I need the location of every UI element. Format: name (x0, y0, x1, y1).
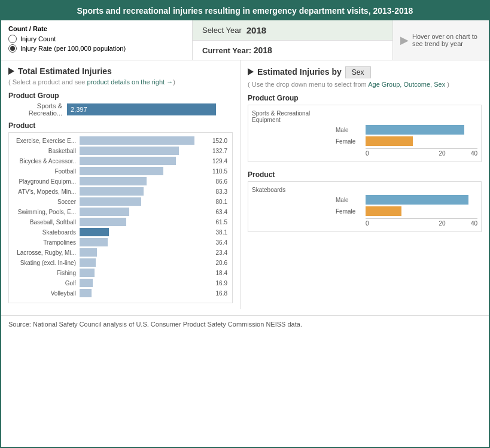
pg-female-bar (366, 136, 413, 146)
radio-injury-rate[interactable]: Injury Rate (per 100,000 population) (8, 44, 185, 53)
product-bar-wrap (80, 157, 210, 165)
source-bar: Source: National Safety Council analysis… (1, 315, 489, 333)
right-title: Estimated Injuries by (257, 67, 342, 77)
product-bar-wrap (80, 248, 214, 257)
product-name-cell: Trampolines (14, 239, 80, 246)
left-subtitle-text: ( Select a product and see (8, 78, 87, 86)
product-name-cell: Baseball, Softball (14, 219, 80, 225)
prod-axis-0: 0 (366, 220, 369, 227)
current-year-label: Current Year: (202, 46, 251, 55)
prod-male-label: Male (336, 197, 366, 203)
pg-male-label: Male (336, 127, 366, 133)
product-row[interactable]: Golf16.9 (14, 279, 227, 287)
product-row[interactable]: Basketball132.7 (14, 147, 227, 155)
right-subtitle-links[interactable]: Age Group, Outcome, Sex (368, 81, 445, 88)
product-row[interactable]: Swimming, Pools, E...63.4 (14, 208, 227, 216)
product-group-bar[interactable]: Sports & Recreatio... 2,397 (8, 102, 233, 117)
product-group-name-label: Sports & Recreational Equipment (252, 110, 477, 123)
product-bar-value: 132.7 (210, 148, 227, 154)
product-bar-value: 80.1 (214, 199, 227, 205)
product-name-cell: Bicycles & Accessor.. (14, 158, 80, 164)
radio-group: Injury Count Injury Rate (per 100,000 po… (8, 35, 185, 53)
pg-male-bar (366, 125, 464, 135)
pg-axis-0: 0 (366, 150, 369, 157)
product-label: Product (8, 121, 233, 130)
product-name-cell: Volleyball (14, 290, 80, 297)
right-section-title: Estimated Injuries by (248, 67, 342, 77)
radio-circle-rate (8, 44, 17, 53)
main-content: Total Estimated Injuries ( Select a prod… (1, 60, 489, 309)
hover-text: Hover over on chart to see trend by year (412, 33, 482, 47)
pg-female-bar-wrap (366, 136, 477, 146)
prod-female-bar-wrap (366, 206, 477, 216)
product-bar-fill (80, 269, 95, 277)
product-row[interactable]: Fishing18.4 (14, 269, 227, 277)
product-name-cell: Fishing (14, 270, 80, 276)
right-triangle-icon (248, 68, 254, 75)
prod-axis-40: 40 (471, 220, 477, 227)
product-bar-value: 18.4 (214, 270, 227, 276)
select-year-top: Select Year 2018 (193, 20, 392, 41)
product-name-cell: Skating (excl. In-line) (14, 260, 80, 266)
cursor-icon: ▶ (400, 33, 409, 47)
product-bar-value: 23.4 (214, 249, 227, 256)
product-row[interactable]: Football110.5 (14, 167, 227, 175)
right-product-label: Product (248, 170, 482, 179)
prod-male-bar-wrap (366, 195, 477, 205)
pg-female-label: Female (336, 138, 366, 145)
product-bar-value: 61.5 (214, 219, 227, 225)
left-subtitle-link[interactable]: product details on the right → (87, 78, 173, 86)
year-value[interactable]: 2018 (246, 25, 266, 35)
product-row[interactable]: Baseball, Softball61.5 (14, 218, 227, 226)
product-row[interactable]: Skating (excl. In-line)20.6 (14, 258, 227, 267)
product-bar-fill (80, 197, 141, 206)
prod-axis-20: 20 (439, 220, 446, 227)
pg-axis: 0 20 40 (366, 148, 477, 157)
product-bar-wrap (80, 177, 214, 185)
right-product-section: Product Skateboards Male Female (248, 170, 482, 232)
product-bar-value: 86.6 (214, 178, 227, 185)
category-badge[interactable]: Sex (345, 66, 371, 78)
source-text: Source: National Safety Council analysis… (8, 321, 302, 328)
product-name-cell: Skateboards (14, 229, 80, 236)
product-bar-wrap (80, 228, 214, 236)
product-bar-wrap (80, 208, 214, 216)
product-row[interactable]: Bicycles & Accessor..129.4 (14, 157, 227, 165)
products-section[interactable]: Exercise, Exercise E...152.0Basketball13… (8, 132, 233, 303)
product-bar-fill (80, 167, 163, 175)
prod-female-bar (366, 206, 401, 216)
product-bar-wrap (80, 197, 214, 206)
product-bar-fill (80, 136, 194, 145)
right-product-group-chart: Sports & Recreational Equipment Male Fem… (248, 105, 482, 162)
right-subtitle: ( Use the drop down menu to select from … (248, 81, 482, 88)
product-row[interactable]: Playground Equipm...86.6 (14, 177, 227, 185)
product-row[interactable]: Trampolines36.4 (14, 238, 227, 246)
product-bar-fill (80, 157, 176, 165)
product-group-name: Sports & Recreatio... (8, 102, 62, 117)
prod-male-row: Male (252, 195, 477, 205)
product-name-cell: Exercise, Exercise E... (14, 138, 80, 144)
select-year-panel: Select Year 2018 Current Year: 2018 (193, 20, 393, 60)
product-bar-value: 20.6 (214, 260, 227, 266)
radio-injury-count[interactable]: Injury Count (8, 35, 185, 43)
product-name-cell: Playground Equipm... (14, 178, 80, 185)
product-row[interactable]: Soccer80.1 (14, 197, 227, 206)
top-controls: Count / Rate Injury Count Injury Rate (p… (1, 20, 489, 60)
pg-female-row: Female (252, 136, 477, 146)
prod-female-row: Female (252, 206, 477, 216)
product-bar-fill (80, 238, 108, 246)
product-group-bar-fill: 2,397 (67, 103, 216, 115)
product-row[interactable]: ATV's, Mopeds, Min...83.3 (14, 187, 227, 196)
product-bar-fill (80, 289, 92, 297)
left-subtitle: ( Select a product and see product detai… (8, 78, 233, 86)
product-row[interactable]: Exercise, Exercise E...152.0 (14, 136, 227, 145)
product-bar-value: 38.1 (214, 229, 227, 236)
product-name-row: Skateboards (252, 187, 477, 193)
product-row[interactable]: Volleyball16.8 (14, 289, 227, 297)
product-row[interactable]: Skateboards38.1 (14, 228, 227, 236)
pg-male-bar-wrap (366, 125, 477, 135)
product-bar-fill (80, 177, 147, 185)
product-row[interactable]: Lacrosse, Rugby, Mi...23.4 (14, 248, 227, 257)
product-bar-wrap (80, 238, 214, 246)
product-bar-value: 83.3 (214, 188, 227, 195)
